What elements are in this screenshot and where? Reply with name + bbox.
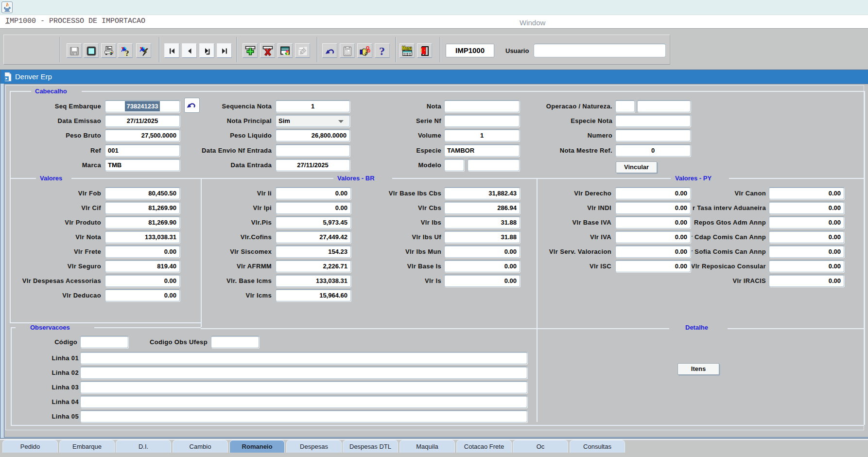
svg-text:?: ?: [379, 45, 385, 57]
svg-text:Menu: Menu: [402, 46, 412, 51]
svg-text:?: ?: [125, 49, 129, 57]
